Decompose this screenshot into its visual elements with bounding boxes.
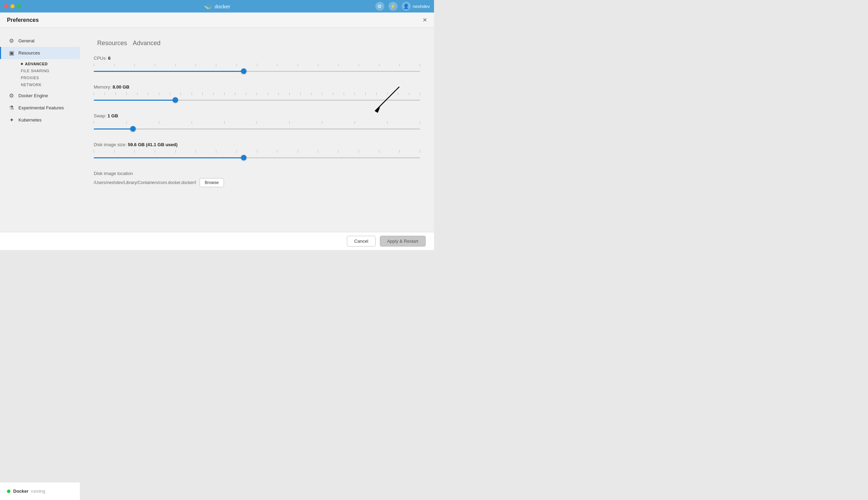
subnav-file-sharing[interactable]: FILE SHARING: [18, 67, 80, 74]
maximize-button[interactable]: [17, 4, 21, 8]
sidebar-item-docker-engine[interactable]: ⚙ Docker Engine: [0, 90, 80, 102]
username-label: neshdev: [413, 4, 430, 9]
disk-slider-group: Disk image size: 59.6 GB (41.1 GB used): [94, 142, 420, 161]
sidebar-item-general[interactable]: ⚙ General: [0, 35, 80, 47]
user-avatar: 👤: [402, 2, 411, 11]
kubernetes-icon: ✦: [8, 117, 15, 123]
disk-location-label: Disk image location: [94, 171, 420, 176]
docker-engine-label: Docker Engine: [18, 93, 48, 98]
minimize-button[interactable]: [10, 4, 15, 8]
swap-value: 1 GB: [108, 113, 118, 118]
experimental-label: Experimental Features: [18, 105, 64, 110]
prefs-footer: Cancel Apply & Restart: [0, 232, 434, 250]
prefs-body: ⚙ General ▣ Resources ADVANCED FILE SHAR…: [0, 28, 434, 232]
traffic-lights: [4, 4, 21, 8]
file-sharing-label: FILE SHARING: [21, 69, 49, 73]
settings-icon[interactable]: ⚙: [375, 2, 384, 11]
memory-slider[interactable]: [94, 97, 420, 103]
docker-logo-icon: 🐳: [204, 2, 212, 10]
memory-ticks: [94, 92, 420, 95]
prefs-title: Preferences: [7, 17, 39, 23]
section-heading: Resources Advanced: [94, 38, 420, 47]
swap-slider-group: Swap: 1 GB: [94, 113, 420, 132]
sidebar-item-experimental[interactable]: ⚗ Experimental Features: [0, 102, 80, 114]
proxies-label: PROXIES: [21, 76, 39, 80]
main-content: Resources Advanced CPUs: 6: [80, 28, 434, 232]
sidebar-item-resources[interactable]: ▣ Resources: [0, 47, 80, 59]
titlebar-actions: ⚙ ⚡ 👤 neshdev: [375, 2, 430, 11]
close-button[interactable]: [4, 4, 8, 8]
app-name-label: docker: [215, 3, 230, 9]
network-label: NETWORK: [21, 83, 42, 87]
memory-slider-group: Memory: 8.00 GB: [94, 84, 420, 103]
disk-location-section: Disk image location /Users/neshdev/Libra…: [94, 171, 420, 187]
advanced-label: ADVANCED: [25, 62, 48, 66]
disk-location-row: /Users/neshdev/Library/Containers/com.do…: [94, 178, 420, 187]
disk-value: 59.6 GB (41.1 GB used): [128, 142, 177, 147]
app-title: 🐳 docker: [204, 2, 230, 10]
subsection-name: Advanced: [133, 40, 160, 47]
disk-label: Disk image size: 59.6 GB (41.1 GB used): [94, 142, 420, 147]
sidebar: ⚙ General ▣ Resources ADVANCED FILE SHAR…: [0, 28, 80, 232]
resources-subnav: ADVANCED FILE SHARING PROXIES NETWORK: [0, 59, 80, 90]
swap-label: Swap: 1 GB: [94, 113, 420, 118]
preferences-window: Preferences ✕ ⚙ General ▣ Resources ADVA…: [0, 12, 434, 250]
lightning-icon[interactable]: ⚡: [389, 2, 398, 11]
titlebar: 🐳 docker ⚙ ⚡ 👤 neshdev: [0, 0, 434, 12]
apply-restart-button[interactable]: Apply & Restart: [380, 236, 426, 247]
memory-value: 8.00 GB: [112, 84, 129, 90]
active-dot: [21, 63, 23, 65]
cpu-ticks: [94, 64, 420, 66]
close-prefs-button[interactable]: ✕: [423, 17, 427, 23]
resources-icon: ▣: [8, 50, 15, 56]
resources-label: Resources: [18, 50, 40, 56]
prefs-header: Preferences ✕: [0, 12, 434, 28]
docker-engine-icon: ⚙: [8, 92, 15, 99]
kubernetes-label: Kubernetes: [18, 117, 42, 123]
general-icon: ⚙: [8, 38, 15, 44]
general-label: General: [18, 38, 34, 43]
cpu-slider-group: CPUs: 6: [94, 56, 420, 75]
browse-button[interactable]: Browse: [200, 178, 224, 187]
cancel-button[interactable]: Cancel: [347, 236, 375, 247]
subnav-proxies[interactable]: PROXIES: [18, 74, 80, 81]
cpu-slider[interactable]: [94, 68, 420, 75]
swap-ticks: [94, 121, 420, 124]
section-name: Resources: [97, 40, 127, 47]
sidebar-item-kubernetes[interactable]: ✦ Kubernetes: [0, 114, 80, 126]
subnav-advanced[interactable]: ADVANCED: [18, 60, 80, 67]
disk-ticks: [94, 150, 420, 153]
subnav-network[interactable]: NETWORK: [18, 81, 80, 88]
user-menu[interactable]: 👤 neshdev: [402, 2, 430, 11]
cpu-value: 6: [108, 56, 110, 61]
svg-marker-1: [375, 107, 380, 113]
disk-slider[interactable]: [94, 154, 420, 161]
cpu-label: CPUs: 6: [94, 56, 420, 61]
experimental-icon: ⚗: [8, 105, 15, 111]
disk-path-value: /Users/neshdev/Library/Containers/com.do…: [94, 180, 196, 185]
memory-label: Memory: 8.00 GB: [94, 84, 420, 90]
swap-slider[interactable]: [94, 125, 420, 132]
